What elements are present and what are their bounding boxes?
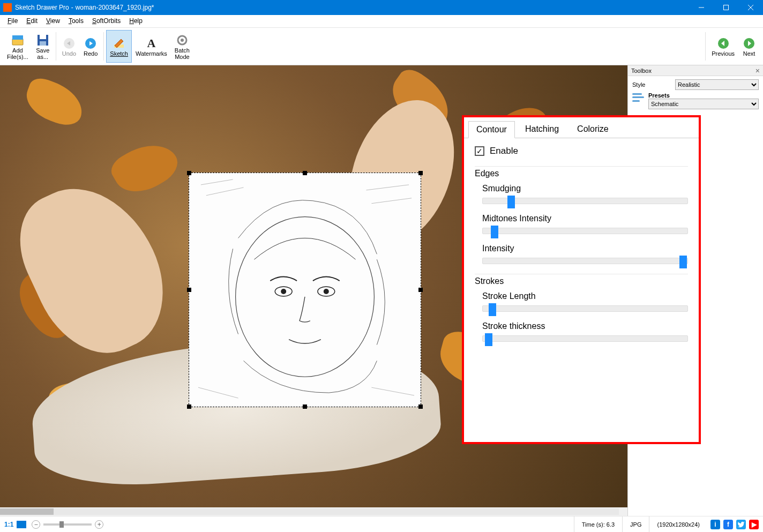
menu-edit[interactable]: Edit [22,15,42,27]
close-button[interactable] [738,0,763,15]
add-files-button[interactable]: AddFile(s)... [3,30,32,63]
maximize-button[interactable] [714,0,738,15]
handle-sw[interactable] [187,404,191,409]
undo-button[interactable]: Undo [58,30,80,63]
handle-n[interactable] [303,171,307,175]
sketch-icon [112,36,126,50]
presets-label: Presets [648,92,759,99]
title-doc-name: woman-2003647_1920.jpg* [76,4,154,11]
bottombar: 1:1 − + Time (s): 6.3 JPG (1920x1280x24)… [0,516,763,532]
sketch-button[interactable]: Sketch [106,30,132,63]
callout-tabs: Contour Hatching Colorize [464,117,699,138]
handle-w[interactable] [187,288,191,292]
intensity-label: Intensity [482,244,688,253]
presets-icon [632,92,645,103]
slider-thumb[interactable] [491,226,498,238]
svg-rect-5 [12,35,23,40]
strokes-title: Strokes [475,276,688,286]
slider-thumb[interactable] [485,333,492,346]
status-dimensions: (1920x1280x24) [649,516,707,532]
add-files-icon [11,33,25,47]
toolbox-close-icon[interactable]: × [755,66,760,75]
edges-title: Edges [475,169,688,178]
tab-colorize[interactable]: Colorize [569,121,617,138]
facebook-icon[interactable]: f [723,520,733,529]
redo-icon [84,36,98,50]
previous-button[interactable]: Previous [708,30,738,63]
zoom-in-button[interactable]: + [95,520,103,529]
minimize-button[interactable] [689,0,714,15]
handle-nw[interactable] [187,171,191,175]
next-label: Next [743,50,755,57]
callout-panel: Contour Hatching Colorize ✓ Enable Edges… [462,115,701,444]
stroke-thickness-slider[interactable] [482,335,688,342]
redo-label: Redo [84,50,98,57]
horizontal-scrollbar[interactable] [0,507,627,516]
smudging-label: Smudging [482,184,688,193]
menubar: File Edit View Tools SoftOrbits Help [0,15,763,28]
style-label: Style [632,81,675,88]
previous-label: Previous [712,50,735,57]
save-as-label: Saveas... [36,47,49,60]
sketch-preview [190,174,420,406]
info-icon[interactable]: i [710,520,720,529]
twitter-icon[interactable] [736,520,746,529]
status-format: JPG [622,516,649,532]
menu-tools[interactable]: Tools [64,15,88,27]
tab-contour[interactable]: Contour [468,121,515,138]
svg-rect-1 [724,5,729,10]
handle-ne[interactable] [418,171,423,175]
midtones-label: Midtones Intensity [482,214,688,223]
checkbox-icon: ✓ [475,146,484,156]
zoom-slider[interactable] [43,523,92,526]
slider-thumb[interactable] [507,196,515,208]
next-button[interactable]: Next [738,30,760,63]
watermarks-label: Watermarks [136,50,167,57]
svg-point-21 [324,289,329,294]
svg-point-13 [181,39,184,42]
svg-rect-7 [40,35,46,39]
stroke-length-slider[interactable] [482,305,688,312]
toolbox-header: Toolbox × [628,65,763,76]
intensity-slider[interactable] [482,258,688,264]
stroke-length-label: Stroke Length [482,291,688,301]
titlebar: Sketch Drawer Pro - woman-2003647_1920.j… [0,0,763,15]
watermarks-button[interactable]: A Watermarks [132,30,171,63]
handle-e[interactable] [418,288,423,292]
save-icon [36,33,50,47]
style-select[interactable]: Realistic [675,79,759,90]
watermarks-icon: A [144,36,158,50]
batch-button[interactable]: BatchMode [171,30,193,63]
stroke-thickness-label: Stroke thickness [482,321,688,331]
sketch-label: Sketch [110,50,128,57]
handle-se[interactable] [418,404,423,409]
selection-rect[interactable] [189,173,421,407]
menu-softorbits[interactable]: SoftOrbits [88,15,125,27]
toolbox-title: Toolbox [631,68,652,74]
app-icon [3,3,12,12]
title-app-name: Sketch Drawer Pro [15,4,69,11]
redo-button[interactable]: Redo [80,30,101,63]
handle-s[interactable] [303,404,307,409]
slider-thumb[interactable] [59,521,64,528]
smudging-slider[interactable] [482,198,688,204]
menu-help[interactable]: Help [125,15,147,27]
gear-icon [175,33,189,47]
next-icon [742,36,756,50]
slider-thumb[interactable] [489,303,496,316]
undo-icon [62,36,76,50]
zoom-out-button[interactable]: − [32,520,40,529]
fit-to-screen-icon[interactable] [17,521,26,528]
save-as-button[interactable]: Saveas... [32,30,54,63]
youtube-icon[interactable]: ▶ [749,520,759,529]
presets-select[interactable]: Schematic [648,99,759,109]
scale-button[interactable]: 1:1 [4,521,13,528]
enable-checkbox[interactable]: ✓ Enable [475,146,688,156]
svg-rect-8 [40,41,46,46]
menu-file[interactable]: File [3,15,22,27]
midtones-slider[interactable] [482,228,688,234]
slider-thumb[interactable] [679,256,687,268]
menu-view[interactable]: View [42,15,64,27]
svg-rect-16 [190,174,420,406]
tab-hatching[interactable]: Hatching [517,121,567,138]
